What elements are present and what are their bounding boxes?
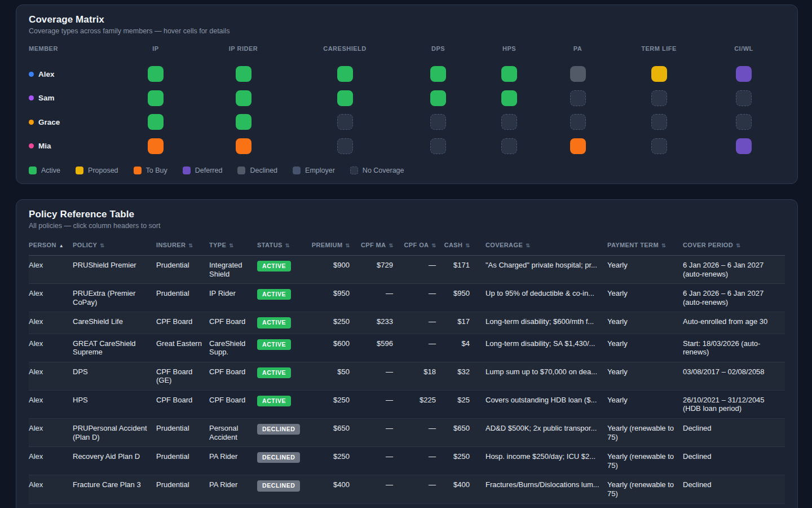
cell-cpf_ma: — [356,503,400,508]
cell-coverage: AD&D $500K; 2x public transpor... [476,419,607,447]
col-header-type[interactable]: TYPE⇅ [209,239,257,256]
status-badge-declined: DECLINED [257,424,300,435]
coverage-cell-mia-pa-tobuy[interactable] [570,138,586,154]
col-header-cash[interactable]: CASH⇅ [443,239,476,256]
coverage-cell-grace-dps-none[interactable] [430,114,446,130]
col-header-cpf_oa[interactable]: CPF OA⇅ [400,239,443,256]
coverage-cell-sam-ip-active[interactable] [148,90,164,106]
coverage-cell-mia-term-life-none[interactable] [651,138,667,154]
coverage-cell-grace-pa-none[interactable] [570,114,586,130]
cell-policy: HPS [73,390,156,418]
cell-cover_period: Start: 18/03/2026 (auto-renews) [683,334,785,362]
sort-toggle-icon: ⇅ [389,243,393,248]
col-header-premium[interactable]: PREMIUM⇅ [310,239,356,256]
cell-cpf_oa: — [400,419,443,447]
status-badge-active: ACTIVE [257,339,291,350]
cell-insurer: Employer [156,503,209,508]
coverage-cell-mia-careshield-none[interactable] [337,138,353,154]
matrix-cell-wrap [540,110,615,134]
col-header-cpf_ma[interactable]: CPF MA⇅ [356,239,400,256]
cell-cash: $950 [443,284,476,312]
cell-insurer: CPF Board [156,312,209,334]
cell-cover_period: Declined [683,419,785,447]
matrix-cell-wrap [398,134,478,159]
member-name: Alex [38,70,55,78]
table-header-row: PERSON▲POLICY⇅INSURER⇅TYPE⇅STATUS⇅PREMIU… [29,239,785,256]
member-dot [29,143,34,148]
col-header-person[interactable]: PERSON▲ [29,239,73,256]
coverage-cell-sam-term-life-none[interactable] [651,90,667,106]
cell-payment_term: Yearly [607,312,683,334]
cell-cpf_oa: — [400,334,443,362]
coverage-cell-mia-ip-tobuy[interactable] [148,138,164,154]
member-dot [29,72,34,77]
table-row: AlexRecovery Aid Plan DPrudentialPA Ride… [29,447,785,475]
coverage-cell-grace-hps-none[interactable] [501,114,517,130]
coverage-cell-grace-ip-active[interactable] [148,114,164,130]
matrix-cell-wrap [195,110,292,134]
cell-person: Alex [29,447,73,475]
legend-label-deferred: Deferred [195,167,223,174]
cell-coverage: Hosp. income $250/day; ICU $2... [476,447,607,475]
coverage-cell-alex-hps-active[interactable] [501,66,517,82]
coverage-cell-alex-ci-wl-deferred[interactable] [736,66,752,82]
matrix-member-header: MEMBER [29,45,116,62]
member-label-grace: Grace [29,110,116,134]
cell-status: ACTIVE [257,390,310,418]
col-header-cover_period[interactable]: COVER PERIOD⇅ [683,239,785,256]
cell-insurer: Prudential [156,447,209,475]
cell-coverage: "As Charged" private hospital; pr... [476,256,607,284]
coverage-cell-alex-careshield-active[interactable] [337,66,353,82]
col-header-policy[interactable]: POLICY⇅ [73,239,156,256]
col-header-label: PAYMENT TERM [607,242,659,248]
coverage-cell-sam-dps-active[interactable] [430,90,446,106]
coverage-cell-alex-pa-declined[interactable] [570,66,586,82]
legend-swatch-active [29,167,37,174]
cell-cpf_ma: $729 [356,256,400,284]
coverage-cell-alex-term-life-proposed[interactable] [651,66,667,82]
col-header-insurer[interactable]: INSURER⇅ [156,239,209,256]
col-header-payment_term[interactable]: PAYMENT TERM⇅ [607,239,683,256]
col-header-label: CASH [444,242,463,248]
coverage-cell-grace-careshield-none[interactable] [337,114,353,130]
matrix-cell-wrap [478,110,540,134]
coverage-cell-grace-ip-rider-active[interactable] [236,114,251,130]
col-header-status[interactable]: STATUS⇅ [257,239,310,256]
coverage-cell-mia-hps-none[interactable] [501,138,517,154]
cell-payment_term: Yearly [607,362,683,390]
cell-cash: — [443,503,476,508]
policy-table-title: Policy Reference Table [29,209,785,220]
cell-payment_term: Yearly [607,284,683,312]
sort-toggle-icon: ⇅ [345,243,350,248]
matrix-cell-wrap [292,134,398,159]
member-label-alex: Alex [29,62,116,86]
col-header-label: CPF MA [361,242,386,248]
matrix-cell-wrap [292,110,398,134]
cell-cpf_ma: — [356,362,400,390]
coverage-cell-alex-ip-rider-active[interactable] [236,66,251,82]
coverage-cell-mia-ci-wl-deferred[interactable] [736,138,752,154]
cell-coverage: Long-term disability; SA $1,430/... [476,334,607,362]
cell-person: Alex [29,334,73,362]
page: Coverage Matrix Coverage types across fa… [0,0,812,508]
coverage-cell-sam-careshield-active[interactable] [337,90,353,106]
coverage-cell-alex-ip-active[interactable] [148,66,164,82]
col-header-coverage[interactable]: COVERAGE⇅ [476,239,607,256]
coverage-cell-sam-ip-rider-active[interactable] [236,90,251,106]
matrix-cell-wrap [478,62,540,86]
coverage-cell-mia-dps-none[interactable] [430,138,446,154]
coverage-cell-sam-ci-wl-none[interactable] [736,90,752,106]
coverage-cell-alex-dps-active[interactable] [430,66,446,82]
coverage-cell-grace-term-life-none[interactable] [651,114,667,130]
cell-cpf_oa: — [400,475,443,503]
coverage-cell-sam-hps-active[interactable] [501,90,517,106]
coverage-legend: ActiveProposedTo BuyDeferredDeclinedEmpl… [29,167,785,174]
coverage-cell-sam-pa-none[interactable] [570,90,586,106]
matrix-cell-wrap [195,134,292,159]
coverage-cell-mia-ip-rider-tobuy[interactable] [236,138,251,154]
matrix-cell-wrap [292,86,398,111]
cell-policy: CareShield Life [73,312,156,334]
coverage-cell-grace-ci-wl-none[interactable] [736,114,752,130]
cell-payment_term: Employer-paid [607,503,683,508]
cell-cover_period: Declined [683,475,785,503]
